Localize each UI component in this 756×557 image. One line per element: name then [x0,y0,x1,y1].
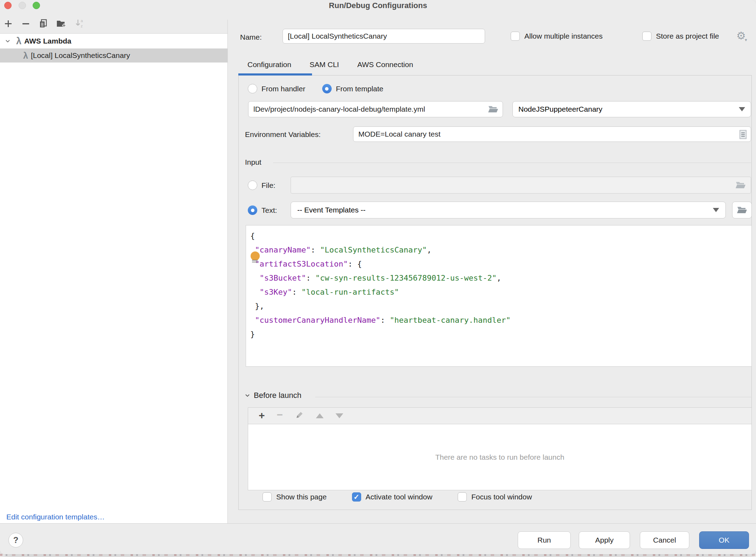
tab-bar: Configuration SAM CLI AWS Connection [238,56,422,75]
before-launch-toolbar: + − [248,407,752,424]
dialog-footer: ? Run Apply Cancel OK [0,523,756,554]
panel-divider[interactable] [227,20,228,523]
from-handler-radio[interactable] [248,84,257,93]
edit-configuration-templates-link[interactable]: Edit configuration templates… [6,513,105,521]
tree-item-label: [Local] LocalSyntheticsCanary [31,51,130,60]
svg-text:a: a [81,19,83,23]
dialog-title: Run/Debug Configurations [0,1,756,10]
browse-folder-icon[interactable] [735,181,746,190]
input-text-label: Text: [261,206,277,215]
store-as-project-file-checkbox[interactable]: Store as project file [642,32,719,41]
no-tasks-message: There are no tasks to run before launch [435,453,564,461]
focus-tool-window-checkbox[interactable]: Focus tool window [458,492,532,502]
browse-folder-icon [737,205,747,215]
tree-toolbar-separator [0,33,227,34]
move-task-up-icon [316,413,324,418]
activate-tool-window-label: Activate tool window [366,493,432,501]
activate-tool-window-checkbox[interactable]: ✓ Activate tool window [352,492,432,502]
from-template-radio[interactable] [322,84,332,93]
edit-variables-icon[interactable] [739,130,747,139]
tree-group-aws-lambda[interactable]: λ AWS Lambda [0,34,227,48]
checkbox-unchecked-icon[interactable] [511,32,520,41]
allow-multiple-instances-checkbox[interactable]: Allow multiple instances [511,32,603,41]
browse-folder-icon[interactable] [488,105,498,114]
run-button[interactable]: Run [518,531,571,549]
apply-button[interactable]: Apply [579,531,630,549]
tree-toolbar: a z [0,14,227,33]
input-file-radio[interactable] [248,181,257,190]
environment-variables-value: MODE=Local canary test [358,130,440,138]
chevron-down-icon[interactable] [245,393,250,398]
add-configuration-icon[interactable] [3,18,13,29]
move-task-down-icon [336,413,343,418]
screenshot-root: Run/Debug Configurations [0,0,756,557]
checkbox-unchecked-icon[interactable] [458,492,467,502]
tree-group-label: AWS Lambda [24,37,71,45]
remove-configuration-icon[interactable] [20,18,31,29]
aws-lambda-icon: λ [16,37,21,46]
before-launch-rule [315,397,751,397]
input-file-path-input[interactable] [291,177,751,194]
load-event-from-file-button[interactable] [732,202,752,218]
chevron-down-icon[interactable] [5,38,11,44]
focus-tool-window-label: Focus tool window [471,493,532,501]
input-section-rule [273,163,751,163]
event-templates-value: -- Event Templates -- [297,206,366,214]
environment-variables-input[interactable]: MODE=Local canary test [353,126,751,142]
name-label: Name: [240,33,262,41]
environment-variables-label: Environment Variables: [245,130,321,139]
ok-button[interactable]: OK [699,531,749,549]
dropdown-arrow-icon [713,208,719,212]
template-resource-dropdown[interactable]: NodeJSPuppeteerCanary [512,101,751,117]
checkbox-checked-icon[interactable]: ✓ [352,492,361,502]
tab-sam-cli[interactable]: SAM CLI [300,56,348,75]
tab-aws-connection[interactable]: AWS Connection [348,56,422,75]
dropdown-arrow-icon [739,107,745,111]
from-handler-label: From handler [261,85,305,93]
store-as-project-file-label: Store as project file [656,32,719,40]
template-path-value: lDev/project/nodejs-canary-local-debug/t… [253,105,425,113]
copy-configuration-icon[interactable] [38,18,48,29]
add-task-icon[interactable]: + [259,410,265,421]
new-folder-icon[interactable] [56,18,67,29]
help-button[interactable]: ? [8,533,23,548]
before-launch-label: Before launch [254,391,301,400]
configurations-tree-panel [0,33,227,523]
remove-task-icon: − [277,409,283,420]
input-file-label: File: [261,181,276,190]
event-templates-dropdown[interactable]: -- Event Templates -- [291,202,726,218]
aws-lambda-icon: λ [23,51,28,60]
titlebar: Run/Debug Configurations [0,0,756,11]
allow-multiple-instances-label: Allow multiple instances [524,32,603,40]
event-text-editor[interactable]: { "canaryName": "LocalSyntheticsCanary",… [246,225,752,367]
sort-alphabetically-icon: a z [75,18,86,29]
template-path-input[interactable]: lDev/project/nodejs-canary-local-debug/t… [248,101,503,117]
active-tab-underline [238,73,312,76]
run-debug-configurations-dialog: Run/Debug Configurations [0,0,756,554]
input-text-radio[interactable] [248,205,257,215]
input-section-label: Input [245,158,261,166]
svg-text:z: z [81,24,83,28]
from-template-label: From template [336,85,383,93]
edit-task-pencil-icon [295,411,304,421]
name-value: [Local] LocalSyntheticsCanary [288,32,387,40]
checkbox-unchecked-icon[interactable] [642,32,651,41]
tree-item-local-synthetics-canary[interactable]: λ [Local] LocalSyntheticsCanary [0,48,227,63]
checkbox-unchecked-icon[interactable] [263,492,272,502]
template-resource-value: NodeJSPuppeteerCanary [518,105,602,113]
show-this-page-label: Show this page [276,493,327,501]
intention-bulb-icon[interactable] [251,251,260,261]
cancel-button[interactable]: Cancel [640,531,689,549]
tab-configuration[interactable]: Configuration [238,56,300,75]
show-this-page-checkbox[interactable]: Show this page [263,492,327,502]
name-input[interactable]: [Local] LocalSyntheticsCanary [283,29,485,44]
before-launch-task-list[interactable]: There are no tasks to run before launch [248,424,752,490]
store-settings-gear-icon[interactable]: ⚙▾ [736,30,747,42]
